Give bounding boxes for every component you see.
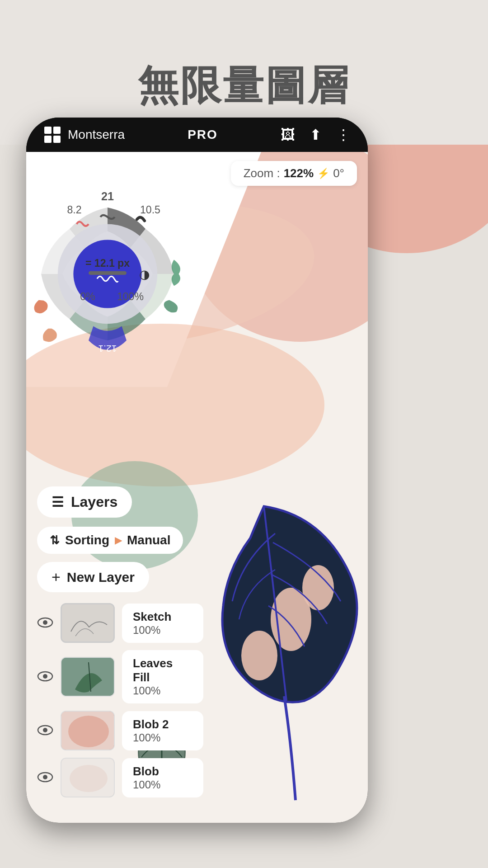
- leaves-thumbnail: [61, 658, 115, 697]
- layer-item: Blob 2 100%: [37, 711, 196, 750]
- layer-thumbnail[interactable]: [61, 603, 115, 643]
- layers-menu-icon: ☰: [52, 494, 64, 510]
- sorting-button[interactable]: ⇅ Sorting ▶ Manual: [37, 527, 183, 554]
- sorting-arrow-right: ▶: [115, 535, 122, 546]
- layer-visibility-toggle[interactable]: [37, 722, 53, 739]
- svg-point-21: [43, 728, 47, 732]
- logo-cell: [44, 127, 52, 134]
- eye-icon: [37, 772, 53, 783]
- zoom-value: 122%: [284, 166, 314, 180]
- eye-icon: [37, 671, 53, 682]
- top-bar: Montserra PRO 🖼 ⬆ ⋮: [26, 118, 368, 152]
- layer-item: Blob 100%: [37, 758, 196, 797]
- sort-arrows-icon: ⇅: [50, 533, 60, 547]
- layer-name: Leaves Fill: [133, 656, 192, 684]
- logo-cell: [44, 136, 52, 143]
- layer-item: Leaves Fill 100%: [37, 650, 196, 703]
- svg-point-25: [43, 775, 47, 779]
- zoom-indicator: Zoom : 122% ⚡ 0°: [231, 161, 357, 186]
- app-logo: [44, 127, 61, 143]
- logo-cell: [53, 127, 61, 134]
- zoom-label: Zoom :: [244, 166, 280, 180]
- svg-rect-2: [89, 271, 127, 275]
- svg-rect-16: [62, 604, 115, 643]
- svg-text:100%: 100%: [117, 291, 144, 302]
- svg-text:= 12.1 px: = 12.1 px: [85, 257, 130, 269]
- sorting-label: Sorting: [65, 533, 109, 547]
- blob2-thumbnail: [61, 712, 115, 750]
- svg-point-15: [43, 620, 47, 625]
- svg-text:8.2: 8.2: [67, 204, 81, 216]
- layers-panel: ☰ Layers ⇅ Sorting ▶ Manual + New Layer: [26, 477, 207, 823]
- layers-header-button[interactable]: ☰ Layers: [37, 486, 132, 518]
- layer-info[interactable]: Blob 2 100%: [122, 711, 203, 750]
- app-name: Montserra: [68, 127, 125, 142]
- svg-point-27: [70, 765, 108, 792]
- layer-item: Sketch 100%: [37, 603, 196, 643]
- main-title: 無限量圖層: [138, 58, 350, 113]
- svg-text:◑: ◑: [139, 268, 150, 282]
- logo-area: Montserra: [44, 127, 125, 143]
- layers-label: Layers: [71, 494, 117, 510]
- layer-thumbnail[interactable]: [61, 657, 115, 697]
- svg-point-13: [302, 565, 334, 610]
- layer-visibility-toggle[interactable]: [37, 615, 53, 632]
- svg-point-12: [241, 631, 277, 680]
- zoom-degree: 0°: [333, 166, 344, 180]
- layer-info[interactable]: Leaves Fill 100%: [122, 650, 203, 703]
- svg-point-23: [68, 716, 109, 747]
- top-icons: 🖼 ⬆ ⋮: [281, 126, 350, 143]
- layer-name: Blob: [133, 764, 192, 778]
- sketch-thumbnail: [62, 604, 115, 643]
- layer-thumbnail[interactable]: [61, 758, 115, 797]
- logo-cell: [53, 136, 61, 143]
- share-icon[interactable]: ⬆: [310, 126, 322, 143]
- layer-opacity: 100%: [133, 624, 192, 637]
- layer-visibility-toggle[interactable]: [37, 669, 53, 685]
- zoom-lightning: ⚡: [317, 168, 329, 179]
- eye-icon: [37, 617, 53, 628]
- blob-thumbnail: [61, 759, 115, 797]
- sorting-mode: Manual: [127, 533, 170, 547]
- layer-opacity: 100%: [133, 778, 192, 791]
- layer-name: Sketch: [133, 610, 192, 624]
- svg-text:12.1: 12.1: [99, 344, 117, 354]
- layer-info[interactable]: Blob 100%: [122, 758, 203, 797]
- svg-text:21: 21: [101, 190, 114, 203]
- layer-name: Blob 2: [133, 717, 192, 731]
- more-icon[interactable]: ⋮: [336, 126, 350, 143]
- phone-frame: Montserra PRO 🖼 ⬆ ⋮ Zoom : 122% ⚡ 0°: [26, 118, 368, 823]
- brush-wheel-svg: ◑ = 12.1 px 0% 100% 21 8.2 10.5: [26, 179, 202, 369]
- gallery-icon[interactable]: 🖼: [281, 127, 295, 143]
- layer-info[interactable]: Sketch 100%: [122, 604, 203, 643]
- eye-icon: [37, 725, 53, 736]
- svg-point-18: [43, 674, 47, 679]
- layer-thumbnail[interactable]: [61, 711, 115, 750]
- new-layer-label: New Layer: [67, 570, 135, 585]
- brush-wheel-container[interactable]: ◑ = 12.1 px 0% 100% 21 8.2 10.5: [26, 179, 202, 369]
- svg-text:10.5: 10.5: [140, 204, 160, 216]
- layer-opacity: 100%: [133, 731, 192, 744]
- new-layer-button[interactable]: + New Layer: [37, 562, 149, 592]
- layer-visibility-toggle[interactable]: [37, 769, 53, 786]
- svg-text:0%: 0%: [80, 291, 95, 302]
- layer-opacity: 100%: [133, 684, 192, 697]
- canvas-area[interactable]: Zoom : 122% ⚡ 0°: [26, 152, 368, 823]
- plus-icon: +: [52, 568, 61, 586]
- pro-badge: PRO: [188, 127, 218, 142]
